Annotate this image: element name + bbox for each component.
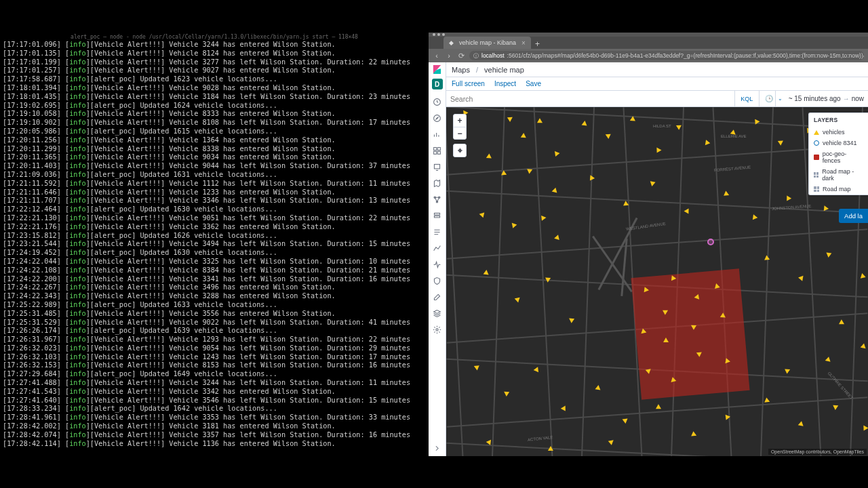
- vehicle-marker[interactable]: [510, 221, 517, 228]
- management-icon[interactable]: [433, 325, 442, 334]
- maps-icon[interactable]: [433, 178, 442, 188]
- vehicle-marker[interactable]: [507, 117, 513, 122]
- vehicle-marker[interactable]: [623, 419, 629, 424]
- kibana-logo-icon[interactable]: [432, 64, 442, 75]
- layer-row-roadmap-dark[interactable]: Road map - dark: [809, 166, 868, 184]
- vehicle-marker[interactable]: [485, 153, 492, 160]
- dashboard-icon[interactable]: [433, 146, 442, 155]
- zoom-traffic-light[interactable]: [442, 33, 445, 36]
- vehicle-marker[interactable]: [724, 190, 730, 197]
- vehicle-marker[interactable]: [541, 215, 547, 221]
- vehicle-marker[interactable]: [656, 404, 663, 411]
- vehicle-marker[interactable]: [534, 367, 541, 373]
- new-tab-button[interactable]: +: [531, 39, 544, 49]
- vehicle-marker[interactable]: [825, 357, 833, 364]
- geo-fence[interactable]: [631, 268, 749, 399]
- apm-icon[interactable]: [433, 243, 442, 253]
- vehicle-marker[interactable]: [554, 234, 561, 240]
- stack-icon[interactable]: [433, 308, 442, 318]
- vehicle-marker[interactable]: [484, 270, 490, 275]
- collapse-icon[interactable]: [433, 443, 442, 453]
- devtools-icon[interactable]: [433, 292, 442, 302]
- forward-icon[interactable]: ›: [445, 52, 453, 60]
- ml-icon[interactable]: [433, 195, 442, 204]
- save-button[interactable]: Save: [526, 80, 541, 87]
- vehicle-marker[interactable]: [568, 316, 574, 323]
- reload-icon[interactable]: ⟳: [457, 52, 465, 60]
- breadcrumb-root[interactable]: Maps: [452, 66, 470, 74]
- dashboard-app-icon[interactable]: D: [432, 79, 443, 89]
- vehicle-marker[interactable]: [561, 405, 568, 411]
- vehicle-marker[interactable]: [833, 405, 838, 411]
- vehicle-marker[interactable]: [703, 140, 711, 146]
- vehicle-marker[interactable]: [785, 195, 791, 201]
- vehicle-marker[interactable]: [859, 344, 865, 350]
- vehicle-marker[interactable]: [690, 431, 696, 439]
- vehicle-marker[interactable]: [555, 150, 560, 157]
- vehicle-highlight-marker[interactable]: [707, 239, 714, 245]
- vehicle-marker[interactable]: [755, 119, 760, 124]
- inspect-button[interactable]: Inspect: [494, 80, 516, 87]
- vehicle-marker[interactable]: [606, 134, 612, 140]
- visualize-icon[interactable]: [433, 129, 442, 139]
- siem-icon[interactable]: [433, 276, 442, 285]
- add-layer-button[interactable]: Add la: [839, 209, 868, 223]
- vehicle-marker[interactable]: [544, 275, 551, 283]
- kql-toggle[interactable]: KQL: [734, 91, 759, 106]
- vehicle-marker[interactable]: [537, 118, 544, 125]
- discover-icon[interactable]: [433, 113, 442, 123]
- vehicle-marker[interactable]: [649, 181, 655, 186]
- layer-row-roadmap[interactable]: Road map: [809, 184, 868, 195]
- vehicle-marker[interactable]: [764, 255, 771, 262]
- vehicle-marker[interactable]: [548, 446, 553, 451]
- vehicle-marker[interactable]: [798, 421, 806, 428]
- vehicle-marker[interactable]: [595, 384, 601, 390]
- vehicle-marker[interactable]: [798, 276, 805, 282]
- zoom-in-button[interactable]: +: [454, 115, 466, 127]
- vehicle-marker[interactable]: [663, 338, 669, 342]
- vehicle-marker[interactable]: [785, 367, 791, 373]
- fit-bounds-button[interactable]: ⌖: [454, 144, 466, 157]
- uptime-icon[interactable]: [433, 260, 442, 269]
- vehicle-marker[interactable]: [863, 425, 868, 430]
- logs-icon[interactable]: [433, 227, 442, 237]
- vehicle-marker[interactable]: [500, 170, 507, 178]
- vehicle-marker[interactable]: [473, 363, 479, 370]
- browser-tab-active[interactable]: ◆ vehicle map - Kibana ×: [443, 37, 531, 49]
- vehicle-marker[interactable]: [859, 272, 865, 279]
- layer-row-vehicles[interactable]: vehicles: [809, 127, 868, 138]
- vehicle-marker[interactable]: [521, 133, 526, 138]
- vehicle-marker[interactable]: [504, 392, 509, 396]
- close-icon[interactable]: ×: [521, 39, 526, 47]
- layer-row-vehicle8341[interactable]: vehicle 8341: [809, 138, 868, 148]
- zoom-out-button[interactable]: −: [454, 127, 466, 139]
- road-label: FORREST AVENUE: [714, 165, 751, 173]
- vehicle-marker[interactable]: [751, 214, 758, 221]
- vehicle-marker[interactable]: [479, 211, 485, 218]
- vehicle-marker[interactable]: [513, 296, 519, 303]
- vehicle-marker[interactable]: [778, 138, 785, 146]
- vehicle-marker[interactable]: [551, 188, 557, 195]
- canvas-icon[interactable]: [433, 162, 442, 171]
- close-traffic-light[interactable]: [433, 33, 435, 36]
- search-input[interactable]: [450, 95, 730, 103]
- time-picker[interactable]: 🕒 ⌄ ~ 15 minutes ago → now: [759, 91, 868, 106]
- vehicle-marker[interactable]: [694, 294, 699, 300]
- vehicle-marker[interactable]: [582, 121, 588, 126]
- layer-row-geofences[interactable]: poc-geo-fences: [809, 148, 868, 166]
- vehicle-marker[interactable]: [608, 438, 615, 445]
- vehicle-marker[interactable]: [629, 116, 635, 123]
- vehicle-marker[interactable]: [588, 174, 595, 181]
- infra-icon[interactable]: [433, 211, 442, 220]
- terminal-window[interactable]: alert_poc — node - node /usr/local/Cella…: [0, 33, 429, 456]
- vehicle-marker[interactable]: [839, 319, 846, 326]
- vehicle-marker[interactable]: [656, 147, 661, 152]
- vehicle-marker[interactable]: [684, 208, 688, 214]
- url-field[interactable]: ⓘ localhost:5601/cfz/app/maps#/map/d6fe5…: [469, 51, 864, 60]
- recent-icon[interactable]: [433, 97, 442, 106]
- back-icon[interactable]: ‹: [433, 52, 441, 60]
- minimize-traffic-light[interactable]: [437, 33, 440, 36]
- fullscreen-button[interactable]: Full screen: [452, 80, 485, 87]
- map-canvas[interactable]: WESTLAND AVENUEJOHNSTON AVENUEFORREST AV…: [446, 107, 868, 456]
- vehicle-marker[interactable]: [826, 253, 832, 258]
